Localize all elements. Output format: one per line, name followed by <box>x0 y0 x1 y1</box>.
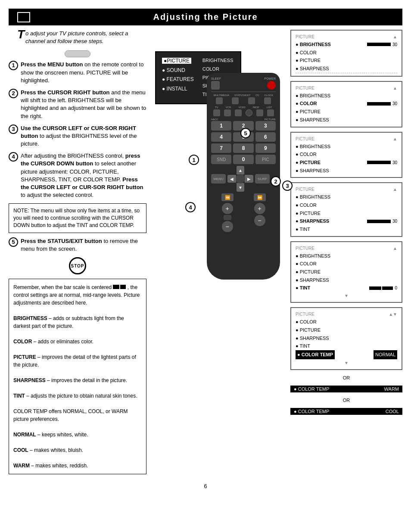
note-text: NOTE: The menu will show only five items… <box>13 208 140 228</box>
remote-area: ●PICTURE ● SOUND ● FEATURES ● INSTALL BR… <box>151 30 402 297</box>
remote-menu-btn[interactable]: MENU <box>211 174 226 184</box>
remote-top-labels: SLEEP POWER <box>211 77 276 90</box>
remote-btn-3[interactable]: 3 <box>255 121 276 131</box>
screen-menu-3: PICTURE▲ ● BRIGHTNESS ● COLOR ● PICTURE … <box>290 132 402 178</box>
colortemp-cool-label: ● COLOR TEMP <box>294 409 329 414</box>
step-3-num: 3 <box>9 124 18 134</box>
step-5-text: Press the STATUS/EXIT button to remove t… <box>21 237 146 253</box>
remote-ch-group: + − <box>254 203 265 232</box>
main-content: o adjust your TV picture controls, selec… <box>9 30 402 474</box>
info-item-warm: WARM – makes whites, reddish. <box>13 462 142 470</box>
screen-menu-4-brightness: ● BRIGHTNESS <box>296 193 397 201</box>
intro-content: o adjust your TV picture controls, selec… <box>25 30 128 44</box>
remote-btn-picture[interactable]: PIC <box>255 155 276 164</box>
remote-clock-btn[interactable] <box>264 97 271 104</box>
step-3-text: Use the CURSOR LEFT or CUR-SOR RIGHT but… <box>21 124 146 148</box>
screen-menu-6-color: ● COLOR <box>296 318 397 326</box>
osd-right-color: COLOR <box>202 65 234 74</box>
remote-power-btn[interactable] <box>267 81 276 90</box>
screen-menu-5-picture: ● PICTURE <box>296 268 397 276</box>
remote-record-btn[interactable] <box>246 109 252 116</box>
remote-row-labels: MULTIMEDIASTATUS/EXITCCCLOCK <box>211 94 276 96</box>
screen-menu-6-tint: ● TINT <box>296 342 397 350</box>
screen-menu-2-picture: ● PICTURE <box>296 108 397 116</box>
screen-menu-3-sharpness: ● SHARPNESS <box>296 167 397 175</box>
info-item-tint: TINT – adjusts the picture to obtain nat… <box>13 392 142 400</box>
remote-center-btn[interactable] <box>236 174 245 184</box>
screen-menu-1-color: ● COLOR <box>296 49 397 57</box>
remote-left-btn[interactable]: ◀ <box>227 175 236 183</box>
remote-btn-0[interactable]: 0 <box>233 155 253 164</box>
colortemp-cool-value: COOL <box>386 409 399 414</box>
step-4: 4 After adjusting the BRIGHTNESS control… <box>9 152 146 199</box>
remote-menu-nav-row: MENU ▲ ▼ ◀ ▶ SURF <box>211 166 276 192</box>
remote-btn-9[interactable]: 9 <box>255 143 276 153</box>
colortemp-warm-label: ● COLOR TEMP <box>294 386 329 392</box>
screen-menu-6-down: ▼ <box>296 359 397 367</box>
remote-vol-down-btn[interactable]: − <box>222 221 233 232</box>
remote-ch-up-btn[interactable]: + <box>254 203 265 214</box>
menu-btn-shape <box>65 50 90 57</box>
remote-btn-1[interactable]: 1 <box>211 121 231 131</box>
intro-text: o adjust your TV picture controls, selec… <box>9 30 146 45</box>
osd-highlighted-item: ●PICTURE <box>162 56 194 66</box>
remote-multimedia-btn[interactable] <box>216 97 223 104</box>
screen-menu-1: PICTURE▲ ● BRIGHTNESS 30 ● COLOR ● PICTU… <box>290 30 402 77</box>
remote-vcr-btn[interactable] <box>224 109 231 116</box>
osd-col-left: ●PICTURE ● SOUND ● FEATURES ● INSTALL <box>162 56 194 99</box>
remote-down-btn[interactable]: ▼ <box>237 183 244 192</box>
page-wrapper: Adjusting the Picture o adjust your TV p… <box>0 0 411 532</box>
or-text-1: OR <box>290 375 402 380</box>
remote-vol-up-btn[interactable]: + <box>222 203 233 214</box>
remote-surf-btn[interactable]: SURF <box>255 174 270 184</box>
remote-btn-4[interactable]: 4 <box>211 132 231 142</box>
screen-menu-1-picture: ● PICTURE <box>296 56 397 65</box>
info-item-normal: NORMAL – keeps whites, white. <box>13 431 142 439</box>
or-text-2: OR <box>290 398 402 403</box>
remote-vcr2-btn[interactable] <box>235 109 242 116</box>
info-item-cool: COOL – makes whites, bluish. <box>13 446 142 454</box>
remote-incr-btn[interactable] <box>256 109 263 116</box>
remote-btn-sound[interactable]: SND <box>211 155 231 164</box>
note-box: NOTE: The menu will show only five items… <box>9 203 146 233</box>
osd-item-features: ● FEATURES <box>162 75 194 84</box>
step-overlay-2: 2 <box>271 176 281 187</box>
screen-menu-5-sharpness: ● SHARPNESS <box>296 276 397 284</box>
screen-menu-5-brightness: ● BRIGHTNESS <box>296 252 397 260</box>
remote-sleep-btn[interactable] <box>211 81 220 90</box>
colortemp-warm-value: WARM <box>384 386 399 392</box>
screen-menu-6: PICTURE▲▼ ● COLOR ● PICTURE ● SHARPNESS … <box>290 307 402 370</box>
remote-statusexit-btn[interactable] <box>232 97 239 104</box>
menu-button-image <box>9 50 146 57</box>
step-5-num: 5 <box>9 237 18 247</box>
remote-cc-btn[interactable] <box>248 97 255 104</box>
step-4-text: After adjusting the BRIGHTNESS control, … <box>21 152 146 199</box>
info-item-picture: PICTURE – improves the detail of the lig… <box>13 353 142 369</box>
remote-rewind-btn[interactable]: ⏪ <box>221 193 234 201</box>
osd-item-install: ● INSTALL <box>162 84 194 94</box>
remote-control: SLEEP POWER MULTIMEDIASTATUS/EXITCCCLOCK <box>202 73 284 280</box>
remote-up-btn[interactable]: ▲ <box>237 166 244 174</box>
remote-vol-mute[interactable] <box>224 215 231 220</box>
remote-btn-6[interactable]: 6 <box>255 132 276 142</box>
page-header: Adjusting the Picture <box>9 9 402 25</box>
screen-menu-5-color: ● COLOR <box>296 260 397 268</box>
remote-list-btn[interactable] <box>267 109 274 116</box>
remote-btn-7[interactable]: 7 <box>211 143 231 153</box>
osd-right-brightness: BRIGHTNESS <box>202 56 234 65</box>
remote-btn-8[interactable]: 8 <box>233 143 253 153</box>
screen-menu-5-title: PICTURE▲ <box>296 245 397 252</box>
remote-numpad: 1 2 3 4 5 6 7 8 9 SND 0 PIC <box>211 121 276 164</box>
remote-tv-btn[interactable] <box>213 109 220 116</box>
step-3: 3 Use the CURSOR LEFT or CUR-SOR RIGHT b… <box>9 124 146 148</box>
remote-ffwd-btn[interactable]: ⏩ <box>254 193 266 201</box>
remote-right-btn[interactable]: ▶ <box>245 175 253 183</box>
step-overlay-3: 3 <box>282 180 293 191</box>
remote-ch-down-btn[interactable]: − <box>254 215 265 226</box>
screen-menu-3-title: PICTURE▲ <box>296 135 397 143</box>
remote-row3-labels: A&CCPICTURE <box>211 118 276 121</box>
screen-menu-4-sharpness: ● SHARPNESS 30 <box>296 217 397 225</box>
page-number: 6 <box>9 483 402 489</box>
screen-menu-5-down: ▼ <box>296 292 397 299</box>
step-overlay-5: 5 <box>240 128 251 138</box>
